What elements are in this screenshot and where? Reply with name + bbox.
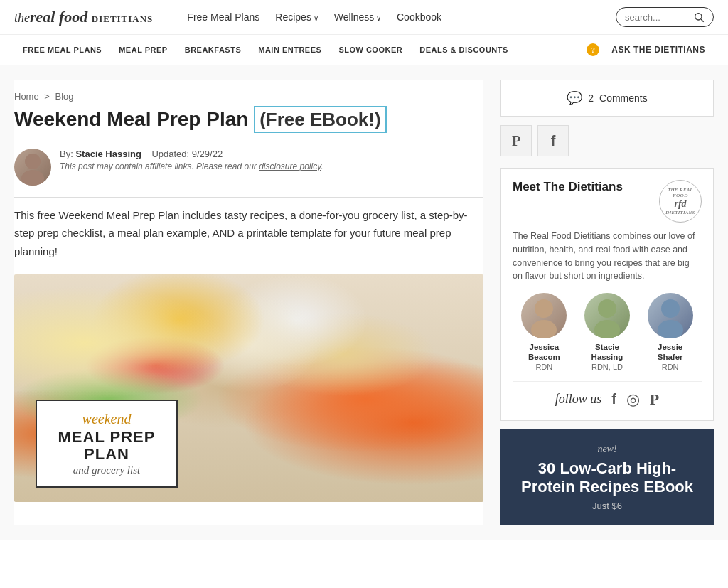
stacie-title: RDN, LD xyxy=(584,363,630,371)
overlay-grocery: and grocery list xyxy=(51,464,162,476)
image-overlay-card: weekend MEAL PREP PLAN and grocery list xyxy=(36,400,178,488)
comments-count: 2 xyxy=(588,92,594,104)
article-intro: This free Weekend Meal Prep Plan include… xyxy=(14,206,483,261)
author-silhouette xyxy=(14,149,51,186)
dietitians-row: JessicaBeacom RDN StacieHassing RDN, LD xyxy=(513,293,702,371)
author-section: By: Stacie Hassing Updated: 9/29/22 This… xyxy=(14,143,483,186)
facebook-button[interactable]: f xyxy=(537,125,569,156)
social-buttons-row: P f xyxy=(500,125,714,156)
pinterest-icon: P xyxy=(512,133,520,149)
breadcrumb: Home > Blog xyxy=(14,80,483,102)
avatar-jessica-image xyxy=(521,293,567,338)
sec-nav-free-meal-plans[interactable]: FREE MEAL PLANS xyxy=(14,36,110,64)
comments-label: Comments xyxy=(599,92,648,104)
top-navigation: the real food DIETITIANS Free Meal Plans… xyxy=(0,0,728,35)
svg-point-0 xyxy=(695,14,702,20)
food-image: weekend MEAL PREP PLAN and grocery list xyxy=(14,274,483,502)
site-logo[interactable]: the real food DIETITIANS xyxy=(14,8,153,26)
svg-line-1 xyxy=(701,19,704,22)
svg-point-7 xyxy=(594,320,620,338)
secondary-navigation: FREE MEAL PLANS MEAL PREP BREAKFASTS MAI… xyxy=(0,35,728,65)
nav-cookbook[interactable]: Cookbook xyxy=(391,9,447,26)
svg-point-3 xyxy=(21,170,44,186)
logo-realfood: real food xyxy=(30,8,87,26)
author-name-line: By: Stacie Hassing Updated: 9/29/22 xyxy=(60,149,483,159)
svg-point-2 xyxy=(25,154,41,169)
jessica-silhouette xyxy=(521,293,567,338)
meet-header: Meet The Dietitians THE REAL FOOD rfd DI… xyxy=(513,180,702,223)
meet-dietitians-box: Meet The Dietitians THE REAL FOOD rfd DI… xyxy=(500,168,714,421)
comment-bubble-icon: 💬 xyxy=(567,90,582,106)
jessie-title: RDN xyxy=(648,363,693,371)
sidebar: 💬 2 Comments P f Meet The Dietitians THE… xyxy=(500,80,714,525)
breadcrumb-blog[interactable]: Blog xyxy=(55,91,74,102)
author-prefix: By: xyxy=(60,149,73,159)
title-main: Weekend Meal Prep Plan xyxy=(14,108,248,130)
author-name: Stacie Hassing xyxy=(75,149,141,159)
sec-nav-slow-cooker[interactable]: SLOW COOKER xyxy=(330,36,411,64)
avatar-jessie xyxy=(648,293,693,338)
promo-title: 30 Low-Carb High-Protein Recipes EBook xyxy=(515,459,700,497)
svg-point-5 xyxy=(531,320,557,338)
ask-dietitians-label[interactable]: Ask The Dietitians xyxy=(603,35,714,65)
rfd-badge-middle: rfd xyxy=(674,198,686,210)
logo-the: the xyxy=(14,11,30,26)
follow-label: follow us xyxy=(555,392,602,407)
svg-point-6 xyxy=(598,299,616,318)
jessica-name: JessicaBeacom xyxy=(521,343,567,363)
sec-nav-breakfasts[interactable]: BREAKFASTS xyxy=(176,36,250,64)
promo-price: Just $6 xyxy=(515,501,700,511)
content-area: Home > Blog Weekend Meal Prep Plan (Free… xyxy=(14,80,483,525)
dietitian-jessica: JessicaBeacom RDN xyxy=(521,293,567,371)
jessica-title: RDN xyxy=(521,363,567,371)
svg-point-4 xyxy=(535,299,553,318)
nav-wellness[interactable]: Wellness xyxy=(328,9,387,26)
ask-dietitians-btn[interactable]: ? Ask The Dietitians xyxy=(587,35,714,65)
main-wrapper: Home > Blog Weekend Meal Prep Plan (Free… xyxy=(0,65,728,540)
nav-free-meal-plans[interactable]: Free Meal Plans xyxy=(181,9,265,26)
article-title: Weekend Meal Prep Plan (Free EBook!) xyxy=(14,107,483,132)
pinterest-follow-icon[interactable]: P xyxy=(650,390,659,409)
facebook-follow-icon[interactable]: f xyxy=(611,391,616,407)
comments-box[interactable]: 💬 2 Comments xyxy=(500,80,714,117)
search-input[interactable] xyxy=(625,12,689,23)
author-disclaimer: This post may contain affiliate links. P… xyxy=(60,161,483,171)
pinterest-button[interactable]: P xyxy=(500,125,532,156)
facebook-icon: f xyxy=(551,133,556,149)
rfd-badge: THE REAL FOOD rfd DIETITIANS xyxy=(659,180,702,223)
jessie-silhouette xyxy=(648,293,693,338)
stacie-name: StacieHassing xyxy=(584,343,630,363)
rfd-badge-top: THE REAL FOOD xyxy=(660,187,701,198)
promo-new-label: new! xyxy=(515,444,700,455)
logo-dietitians: DIETITIANS xyxy=(92,14,154,25)
meet-desc: The Real Food Dietitians combines our lo… xyxy=(513,230,702,283)
sec-nav-deals[interactable]: DEALS & DISCOUNTS xyxy=(411,36,517,64)
avatar-stacie xyxy=(584,293,630,338)
breadcrumb-home[interactable]: Home xyxy=(14,91,39,102)
author-avatar-image xyxy=(14,149,51,186)
promo-box[interactable]: new! 30 Low-Carb High-Protein Recipes EB… xyxy=(500,429,714,526)
avatar-stacie-image xyxy=(584,293,630,338)
author-divider xyxy=(14,197,483,198)
sec-nav-main-entrees[interactable]: MAIN ENTREES xyxy=(250,36,330,64)
search-box[interactable] xyxy=(616,7,714,27)
author-avatar xyxy=(14,149,51,186)
title-ebook-badge: (Free EBook!) xyxy=(254,106,386,133)
ask-icon: ? xyxy=(587,43,599,56)
rfd-badge-bottom: DIETITIANS xyxy=(665,210,695,215)
overlay-weekend: weekend xyxy=(51,411,162,427)
overlay-meal-prep: MEAL PREP PLAN xyxy=(51,429,162,463)
author-info: By: Stacie Hassing Updated: 9/29/22 This… xyxy=(60,149,483,171)
follow-row: follow us f ◎ P xyxy=(513,381,702,409)
disclosure-policy-link[interactable]: disclosure policy xyxy=(259,161,321,171)
avatar-jessie-image xyxy=(648,293,693,338)
stacie-silhouette xyxy=(584,293,630,338)
nav-recipes[interactable]: Recipes xyxy=(269,9,323,26)
updated-date: 9/29/22 xyxy=(192,149,223,159)
meet-title: Meet The Dietitians xyxy=(513,180,623,194)
instagram-follow-icon[interactable]: ◎ xyxy=(626,390,640,409)
avatar-jessica xyxy=(521,293,567,338)
sec-nav-meal-prep[interactable]: MEAL PREP xyxy=(110,36,176,64)
dietitian-stacie: StacieHassing RDN, LD xyxy=(584,293,630,371)
svg-point-9 xyxy=(658,320,683,338)
